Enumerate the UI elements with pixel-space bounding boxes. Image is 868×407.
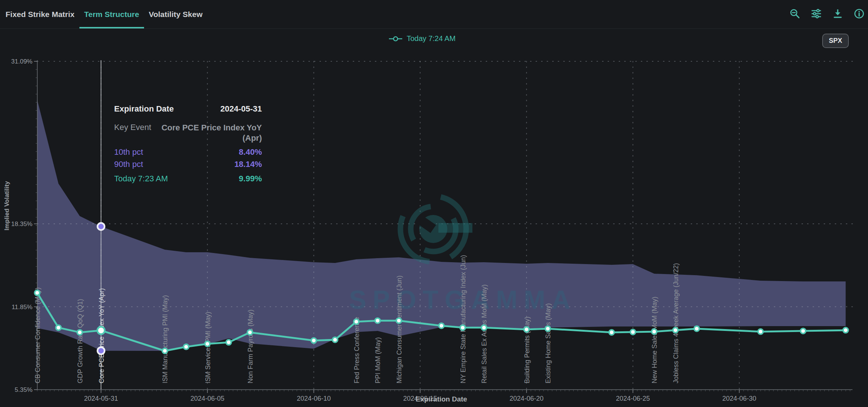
spotgamma-logo-watermark	[400, 196, 472, 262]
p10-marker	[98, 347, 105, 354]
tab-fixed-strike-matrix[interactable]: Fixed Strike Matrix	[1, 0, 79, 28]
data-point[interactable]	[205, 341, 210, 346]
x-tick-label: 2024-06-05	[190, 395, 224, 402]
event-label: PPI MoM (May)	[374, 337, 382, 383]
event-label: Non Farm Payrolls (May)	[247, 309, 254, 383]
event-label: Jobless Claims 4-week Average (Jun/22)	[672, 263, 680, 383]
y-tick-label: 11.85%	[12, 304, 33, 311]
y-tick-label: 31.09%	[11, 58, 33, 65]
data-point[interactable]	[184, 344, 189, 349]
term-structure-chart[interactable]: SPOTGAMMA2024-05-312024-06-052024-06-102…	[0, 0, 868, 407]
data-point[interactable]	[694, 326, 699, 331]
data-point[interactable]	[758, 329, 763, 334]
chart-area[interactable]: SPOTGAMMA2024-05-312024-06-052024-06-102…	[0, 0, 868, 407]
data-point[interactable]	[673, 328, 678, 333]
tab-volatility-skew[interactable]: Volatility Skew	[144, 0, 208, 28]
download-button[interactable]	[832, 8, 844, 20]
selected-data-point[interactable]	[98, 327, 105, 334]
term-structure-page: SPOTGAMMA2024-05-312024-06-052024-06-102…	[0, 0, 868, 407]
event-label: Fed Press Conference	[353, 317, 360, 383]
data-point[interactable]	[396, 318, 401, 323]
download-icon	[832, 8, 843, 20]
info-button[interactable]	[853, 8, 865, 20]
x-tick-label: 2024-05-31	[84, 395, 118, 402]
tab-term-structure[interactable]: Term Structure	[79, 0, 144, 28]
y-tick-label: 5.35%	[15, 386, 33, 393]
tooltip-key-event-label: Key Event	[114, 123, 151, 132]
zoom-out-icon	[789, 8, 800, 20]
event-label: GDP Growth Rate QoQ (Q1)	[76, 299, 84, 383]
data-point[interactable]	[375, 318, 380, 323]
event-label: Existing Home Sales (May)	[544, 303, 552, 383]
data-point[interactable]	[162, 348, 167, 353]
y-axis-title: Implied Volatility	[3, 181, 11, 230]
data-point[interactable]	[800, 328, 806, 334]
data-point[interactable]	[226, 340, 231, 345]
legend-line-marker-icon	[389, 35, 402, 42]
legend-item-today[interactable]: Today 7:24 AM	[389, 34, 455, 43]
event-label: NY Empire State Manufacturing Index (Jun…	[459, 255, 467, 383]
x-tick-label: 2024-06-20	[509, 395, 543, 402]
data-point[interactable]	[439, 323, 444, 328]
logo-bar	[438, 223, 472, 233]
tooltip-expiration-label: Expiration Date	[114, 104, 174, 114]
y-tick-label: 18.35%	[11, 220, 33, 228]
event-label: ISM Manufacturing PMI (May)	[161, 295, 169, 383]
x-tick-label: 2024-06-25	[616, 395, 650, 402]
data-point[interactable]	[545, 326, 550, 331]
data-point[interactable]	[460, 325, 465, 330]
data-point[interactable]	[56, 325, 61, 330]
event-label: CB Consumer Confidence (May)	[34, 287, 41, 383]
legend-label: Today 7:24 AM	[407, 34, 455, 43]
data-point[interactable]	[35, 290, 40, 295]
tab-bar: Fixed Strike Matrix Term Structure Volat…	[0, 0, 207, 28]
data-point[interactable]	[631, 329, 636, 335]
symbol-badge[interactable]: SPX	[822, 34, 849, 48]
tooltip-p10-value: 8.40%	[239, 147, 262, 157]
tooltip-today-label: Today 7:23 AM	[114, 174, 168, 184]
filter-sliders-button[interactable]	[810, 8, 822, 20]
x-tick-label: 2024-06-30	[722, 395, 756, 402]
tooltip-p10-label: 10th pct	[114, 147, 143, 157]
data-point[interactable]	[652, 329, 657, 334]
zoom-out-button[interactable]	[789, 8, 801, 20]
filter-sliders-icon	[811, 8, 822, 20]
event-label: Retail Sales Ex Autos MoM (May)	[481, 284, 488, 383]
data-point[interactable]	[843, 328, 848, 333]
toolbar: Fixed Strike Matrix Term Structure Volat…	[0, 0, 868, 29]
data-point[interactable]	[311, 338, 317, 343]
data-point[interactable]	[609, 330, 614, 335]
p90-marker	[98, 223, 105, 230]
tooltip-key-event-value: Core PCE Price Index YoY (Apr)	[158, 123, 262, 143]
x-tick-label: 2024-06-10	[297, 395, 331, 402]
toolbar-icons	[789, 8, 868, 20]
tooltip-today-value: 9.99%	[239, 174, 262, 184]
info-icon	[854, 8, 865, 20]
x-axis-title: Expiration Date	[401, 395, 482, 403]
data-point[interactable]	[524, 327, 529, 332]
data-point[interactable]	[354, 319, 359, 324]
data-point[interactable]	[77, 330, 82, 335]
event-label: New Home Sales MoM (May)	[651, 297, 658, 383]
data-point[interactable]	[481, 325, 486, 330]
data-point[interactable]	[332, 337, 338, 342]
data-point[interactable]	[247, 330, 253, 335]
event-label: Michigan Consumer Sentiment (Jun)	[396, 276, 403, 383]
chart-tooltip: Expiration Date 2024-05-31 Key Event Cor…	[114, 104, 262, 184]
event-label: ISM Services PMI (May)	[204, 312, 212, 383]
tooltip-p90-value: 18.14%	[234, 160, 262, 169]
event-label: Core PCE Price Index YoY (Apr)	[98, 288, 105, 383]
tooltip-expiration-value: 2024-05-31	[220, 104, 262, 114]
tooltip-p90-label: 90th pct	[114, 160, 143, 169]
